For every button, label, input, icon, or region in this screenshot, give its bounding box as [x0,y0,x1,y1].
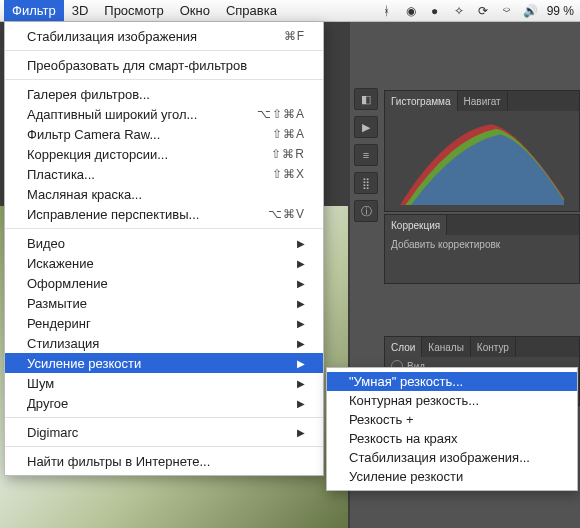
menu-item-label: Масляная краска... [27,187,305,202]
panel-icon[interactable]: ≡ [354,144,378,166]
panel-tabs: Коррекция [385,215,579,235]
submenu-arrow-icon: ▶ [297,358,305,369]
tab-correction[interactable]: Коррекция [385,215,447,235]
menu-item-label: Преобразовать для смарт-фильтров [27,58,305,73]
tab-channels[interactable]: Каналы [422,337,471,357]
menu-item[interactable]: Видео▶ [5,233,323,253]
menu-item-shortcut: ⌥⌘V [268,207,305,221]
menu-item-label: Рендеринг [27,316,297,331]
menu-item[interactable]: Найти фильтры в Интернете... [5,451,323,471]
menu-item[interactable]: Рендеринг▶ [5,313,323,333]
menu-item-shortcut: ⇧⌘X [272,167,305,181]
menu-item[interactable]: Стабилизация изображения⌘F [5,26,323,46]
menu-item[interactable]: Масляная краска... [5,184,323,204]
submenu-item[interactable]: Контурная резкость... [327,391,577,410]
submenu-item[interactable]: Усиление резкости [327,467,577,486]
menu-item[interactable]: Пластика...⇧⌘X [5,164,323,184]
histogram-panel: Гистограмма Навигат [384,90,580,212]
wifi-icon[interactable]: ⌔ [499,3,515,19]
menu-item[interactable]: Стилизация▶ [5,333,323,353]
tab-paths[interactable]: Контур [471,337,516,357]
menu-item-label: Найти фильтры в Интернете... [27,454,305,469]
menu-item-label: Усиление резкости [27,356,297,371]
menu-bar-status: ᚼ ◉ ● ✧ ⟳ ⌔ 🔊 99 % [379,3,580,19]
panel-tabs: Слои Каналы Контур [385,337,579,357]
panel-icon[interactable]: ◧ [354,88,378,110]
menu-bar: Фильтр3DПросмотрОкноСправка ᚼ ◉ ● ✧ ⟳ ⌔ … [0,0,580,22]
add-adjustment-label: Добавить корректировк [385,235,579,254]
tab-navigator[interactable]: Навигат [458,91,508,111]
dropbox-icon[interactable]: ✧ [451,3,467,19]
submenu-arrow-icon: ▶ [297,318,305,329]
submenu-item[interactable]: Резкость + [327,410,577,429]
submenu-arrow-icon: ▶ [297,278,305,289]
submenu-arrow-icon: ▶ [297,298,305,309]
menu-item-label: Digimarc [27,425,297,440]
submenu-arrow-icon: ▶ [297,238,305,249]
tab-histogram[interactable]: Гистограмма [385,91,458,111]
menu-title-3d[interactable]: 3D [64,0,97,21]
menu-item-label: Шум [27,376,297,391]
menu-item[interactable]: Коррекция дисторсии...⇧⌘R [5,144,323,164]
menu-title-окно[interactable]: Окно [172,0,218,21]
menu-item-label: Адаптивный широкий угол... [27,107,257,122]
menu-item[interactable]: Галерея фильтров... [5,84,323,104]
menu-item-shortcut: ⇧⌘R [271,147,305,161]
menu-item-shortcut: ⌥⇧⌘A [257,107,305,121]
menu-item-shortcut: ⇧⌘A [272,127,305,141]
filter-menu: Стабилизация изображения⌘FПреобразовать … [4,22,324,476]
volume-icon[interactable]: 🔊 [523,3,539,19]
panel-icon[interactable]: ⣿ [354,172,378,194]
menu-item-label: Коррекция дисторсии... [27,147,271,162]
battery-status[interactable]: 99 % [547,4,574,18]
menu-item-label: Пластика... [27,167,272,182]
menu-item-shortcut: ⌘F [284,29,305,43]
menu-item[interactable]: Исправление перспективы...⌥⌘V [5,204,323,224]
panel-icon[interactable]: ⓘ [354,200,378,222]
menu-item[interactable]: Усиление резкости▶ [5,353,323,373]
submenu-item[interactable]: "Умная" резкость... [327,372,577,391]
menu-item[interactable]: Другое▶ [5,393,323,413]
eye-icon[interactable]: ● [427,3,443,19]
menu-item[interactable]: Шум▶ [5,373,323,393]
submenu-arrow-icon: ▶ [297,258,305,269]
menu-item-label: Исправление перспективы... [27,207,268,222]
menu-item-label: Фильтр Camera Raw... [27,127,272,142]
menu-item-label: Оформление [27,276,297,291]
creative-cloud-icon[interactable]: ◉ [403,3,419,19]
menu-item[interactable]: Преобразовать для смарт-фильтров [5,55,323,75]
menu-title-справка[interactable]: Справка [218,0,285,21]
panel-icon[interactable]: ▶ [354,116,378,138]
panel-icon-column: ◧ ▶ ≡ ⣿ ⓘ [350,82,382,228]
menu-item[interactable]: Фильтр Camera Raw...⇧⌘A [5,124,323,144]
menu-item-label: Видео [27,236,297,251]
submenu-item[interactable]: Резкость на краях [327,429,577,448]
submenu-arrow-icon: ▶ [297,398,305,409]
sync-icon[interactable]: ⟳ [475,3,491,19]
menu-item[interactable]: Адаптивный широкий угол...⌥⇧⌘A [5,104,323,124]
menu-item-label: Стилизация [27,336,297,351]
menu-item-label: Искажение [27,256,297,271]
menu-item[interactable]: Digimarc▶ [5,422,323,442]
menu-item[interactable]: Искажение▶ [5,253,323,273]
menu-item[interactable]: Оформление▶ [5,273,323,293]
menu-item-label: Размытие [27,296,297,311]
menu-item-label: Галерея фильтров... [27,87,305,102]
panel-tabs: Гистограмма Навигат [385,91,579,111]
menu-title-фильтр[interactable]: Фильтр [4,0,64,21]
bluetooth-icon[interactable]: ᚼ [379,3,395,19]
menu-item-label: Стабилизация изображения [27,29,284,44]
menu-item-label: Другое [27,396,297,411]
sharpen-submenu: "Умная" резкость...Контурная резкость...… [326,367,578,491]
submenu-arrow-icon: ▶ [297,427,305,438]
correction-panel: Коррекция Добавить корректировк [384,214,580,284]
menu-item[interactable]: Размытие▶ [5,293,323,313]
histogram-graph [391,117,573,205]
submenu-arrow-icon: ▶ [297,378,305,389]
tab-layers[interactable]: Слои [385,337,422,357]
submenu-item[interactable]: Стабилизация изображения... [327,448,577,467]
menu-title-просмотр[interactable]: Просмотр [96,0,171,21]
submenu-arrow-icon: ▶ [297,338,305,349]
